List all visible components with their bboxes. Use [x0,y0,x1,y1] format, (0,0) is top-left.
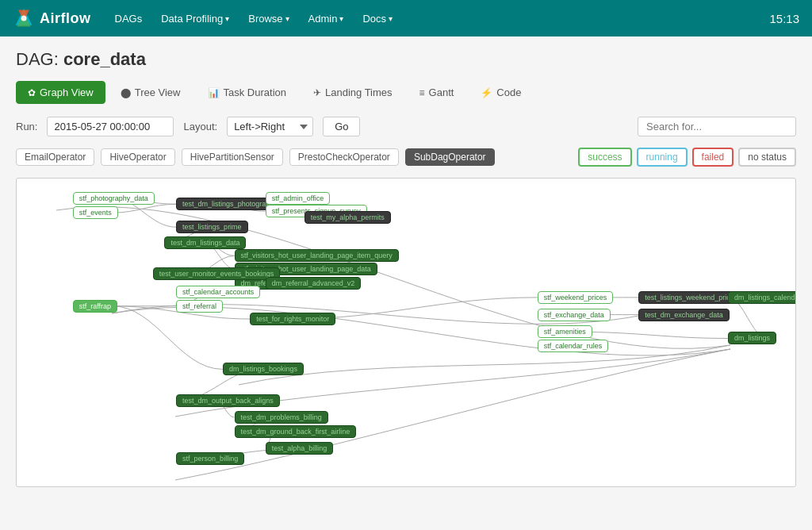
nav-data-profiling[interactable]: Data Profiling▾ [153,10,237,28]
dag-node-n4[interactable]: stf_admin_office [266,192,330,205]
dag-node-n27[interactable]: test_dm_problems_billing [235,411,328,424]
tab-tree-view[interactable]: ⬤ Tree View [109,81,193,104]
dag-node-n8[interactable]: test_my_alpha_permits [304,211,391,224]
code-icon: ⚡ [481,87,492,98]
run-input[interactable] [47,117,174,136]
op-hive[interactable]: HiveOperator [101,148,174,166]
operator-row: EmailOperator HiveOperator HivePartition… [16,148,796,167]
tree-icon: ⬤ [121,87,131,98]
dag-node-n24[interactable]: dm_listings [728,332,776,344]
clock-display: 15:13 [769,12,799,25]
nav-dags[interactable]: DAGs [107,10,151,28]
chevron-down-icon: ▾ [339,14,343,23]
airflow-logo-icon [13,7,35,29]
dag-node-n28[interactable]: test_dm_ground_back_first_airline [235,425,357,438]
op-hive-partition[interactable]: HivePartitionSensor [182,148,283,166]
status-failed[interactable]: failed [692,148,734,167]
dag-node-n1[interactable]: stf_photography_data [73,192,155,205]
dag-node-n14[interactable]: stf_referral [176,300,223,313]
dag-node-n29[interactable]: test_alpha_billing [266,442,334,455]
graph-icon: ✿ [28,87,36,98]
search-input[interactable] [638,117,796,136]
gantt-icon: ≡ [419,87,425,98]
dag-node-n25[interactable]: dm_listings_bookings [223,363,304,375]
tab-code[interactable]: ⚡ Code [469,81,533,104]
chart-icon: 📊 [208,87,220,98]
dag-title: DAG: core_data [16,49,796,70]
dag-node-n12[interactable]: test_user_monitor_events_bookings [153,267,281,280]
status-success[interactable]: success [578,148,631,167]
tab-graph-view[interactable]: ✿ Graph View [16,81,105,104]
brand[interactable]: Airflow [13,7,91,29]
svg-point-3 [21,16,27,21]
landing-icon: ✈ [313,87,321,98]
nav-links: DAGs Data Profiling▾ Browse▾ Admin▾ Docs… [107,10,770,28]
dag-node-n9[interactable]: stf_visitors_hot_user_landing_page_item_… [235,249,399,262]
dag-edges [17,179,795,486]
nav-admin[interactable]: Admin▾ [301,10,352,28]
dag-node-n19[interactable]: dm_listings_calendar_pricing [728,291,796,304]
dag-node-n6[interactable]: test_listings_prime [176,221,248,233]
dag-node-n13[interactable]: stf_calendar_accounts [176,286,260,298]
nav-browse[interactable]: Browse▾ [240,10,297,28]
status-no-status[interactable]: no status [738,148,796,167]
chevron-down-icon: ▾ [389,14,393,23]
tab-gantt[interactable]: ≡ Gantt [408,81,466,104]
status-running[interactable]: running [637,148,688,167]
dag-node-n22[interactable]: stf_amenities [538,325,592,338]
status-legend: success running failed no status [578,148,796,167]
controls-row: Run: Layout: Left->Right Top->Bottom Go [16,117,796,136]
dag-name: core_data [63,49,146,69]
dag-node-n18[interactable]: test_listings_weekend_price [638,291,741,304]
dag-node-n7[interactable]: test_dm_listings_data [164,236,246,249]
page-content: DAG: core_data ✿ Graph View ⬤ Tree View … [0,36,812,500]
op-presto[interactable]: PrestoCheckOperator [289,148,399,166]
dag-node-n20[interactable]: stf_exchange_data [538,309,611,321]
layout-select[interactable]: Left->Right Top->Bottom [227,117,313,136]
tab-bar: ✿ Graph View ⬤ Tree View 📊 Task Duration… [16,81,796,104]
chevron-down-icon: ▾ [225,14,229,23]
run-label: Run: [16,121,37,132]
layout-label: Layout: [183,121,217,132]
dag-graph[interactable]: stf_photography_datastf_eventstest_dm_li… [16,178,796,487]
dag-node-n30[interactable]: stf_person_billing [176,452,244,465]
chevron-down-icon: ▾ [285,14,289,23]
dag-node-n17[interactable]: stf_weekend_prices [538,291,614,304]
dag-node-n31[interactable]: dm_referral_advanced_v2 [266,277,362,290]
op-email[interactable]: EmailOperator [16,148,94,166]
op-subdag[interactable]: SubDagOperator [405,148,495,166]
dag-node-n2[interactable]: stf_events [73,206,118,219]
dag-node-n21[interactable]: test_dm_exchange_data [638,309,730,321]
dag-node-n16[interactable]: test_for_rights_monitor [250,313,335,325]
dag-node-n26[interactable]: test_dm_output_back_aligns [176,394,280,407]
tab-landing-times[interactable]: ✈ Landing Times [301,81,404,104]
dag-node-n15[interactable]: stf_raffrap [73,300,117,313]
tab-task-duration[interactable]: 📊 Task Duration [196,81,298,104]
brand-label: Airflow [40,10,91,27]
navbar: Airflow DAGs Data Profiling▾ Browse▾ Adm… [0,0,812,36]
nav-docs[interactable]: Docs▾ [354,10,400,28]
go-button[interactable]: Go [323,117,360,136]
dag-node-n23[interactable]: stf_calendar_rules [538,340,609,352]
